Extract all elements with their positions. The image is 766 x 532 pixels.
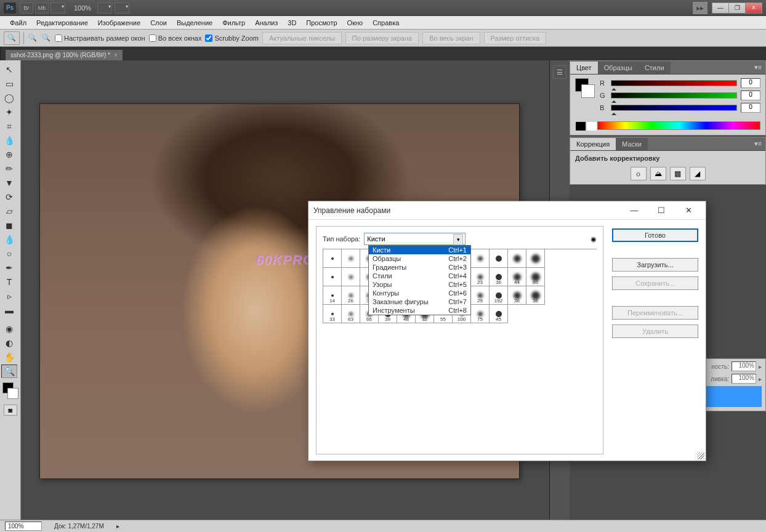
- minibridge-button[interactable]: Mb: [35, 2, 49, 14]
- zoom-out-icon[interactable]: 🔍: [41, 33, 51, 44]
- collapse-panels-button[interactable]: ▸▸: [693, 2, 708, 14]
- 3d-camera-tool[interactable]: ◐: [1, 336, 17, 350]
- r-slider[interactable]: [611, 80, 737, 86]
- dropdown-item-brushes[interactable]: КистиCtrl+1: [369, 246, 470, 254]
- menu-3d[interactable]: 3D: [283, 17, 301, 28]
- shape-tool[interactable]: ▬: [1, 304, 17, 317]
- scrubby-zoom-checkbox[interactable]: Scrubby Zoom: [205, 34, 259, 42]
- brush-preset[interactable]: [471, 249, 490, 268]
- brush-preset[interactable]: [508, 249, 526, 268]
- brush-preset[interactable]: 60: [526, 268, 545, 286]
- brush-preset[interactable]: 26: [342, 286, 360, 305]
- dialog-maximize-button[interactable]: ☐: [649, 203, 674, 219]
- brush-preset[interactable]: 75: [471, 305, 490, 323]
- view-dropdown[interactable]: [115, 2, 129, 14]
- color-swatch-pair[interactable]: [575, 78, 595, 98]
- menu-view[interactable]: Просмотр: [301, 17, 342, 28]
- dialog-close-button[interactable]: ✕: [676, 203, 701, 219]
- history-brush-tool[interactable]: ⟳: [1, 190, 17, 204]
- dropdown-item-patterns[interactable]: УзорыCtrl+5: [369, 280, 470, 289]
- menu-layers[interactable]: Слои: [145, 17, 172, 28]
- r-value-input[interactable]: 0: [741, 78, 760, 88]
- bridge-button[interactable]: Br: [20, 2, 33, 14]
- brush-preset[interactable]: 44: [508, 268, 526, 286]
- opacity-input[interactable]: 100%: [732, 361, 756, 371]
- marquee-tool[interactable]: ▭: [1, 77, 17, 91]
- brush-preset[interactable]: [342, 249, 360, 268]
- eyedropper-tool[interactable]: 💧: [1, 134, 17, 147]
- dropdown-item-swatches[interactable]: ОбразцыCtrl+2: [369, 254, 470, 263]
- pen-tool[interactable]: ✒: [1, 261, 17, 275]
- brush-preset[interactable]: 36: [490, 268, 508, 286]
- brush-preset[interactable]: 14: [323, 286, 342, 305]
- strip-icon-history[interactable]: ☰: [553, 65, 566, 79]
- preset-type-select[interactable]: Кисти: [364, 233, 466, 245]
- dropdown-item-tools[interactable]: ИнструментыCtrl+8: [369, 306, 470, 315]
- color-ramp[interactable]: [597, 121, 760, 130]
- zoom-tool[interactable]: 🔍: [1, 365, 17, 378]
- tab-swatches[interactable]: Образцы: [598, 62, 639, 74]
- hand-tool[interactable]: ✋: [1, 350, 17, 364]
- zoom-tool-icon[interactable]: 🔍: [4, 31, 20, 45]
- save-button[interactable]: Сохранить...: [612, 276, 698, 290]
- type-tool[interactable]: T: [1, 275, 17, 289]
- b-value-input[interactable]: 0: [741, 103, 760, 113]
- eraser-tool[interactable]: ▱: [1, 204, 17, 218]
- dialog-minimize-button[interactable]: —: [622, 203, 647, 219]
- brush-preset[interactable]: [323, 268, 342, 286]
- flyout-icon[interactable]: ◉: [591, 235, 597, 243]
- brush-preset[interactable]: 23: [471, 268, 490, 286]
- brush-tool[interactable]: ✏: [1, 162, 17, 175]
- actual-pixels-button[interactable]: Актуальные пикселы: [262, 32, 342, 44]
- delete-button[interactable]: Удалить: [612, 324, 698, 338]
- brightness-icon[interactable]: ☼: [631, 167, 647, 180]
- brush-preset[interactable]: [526, 249, 545, 268]
- panel-menu-icon[interactable]: ▾≡: [751, 63, 765, 71]
- brush-preset[interactable]: 33: [323, 305, 342, 323]
- tab-correction[interactable]: Коррекция: [570, 138, 616, 150]
- heal-tool[interactable]: ⊕: [1, 148, 17, 161]
- panel-menu-icon[interactable]: ▾≡: [751, 140, 765, 148]
- brush-preset[interactable]: 63: [342, 305, 360, 323]
- dropdown-item-styles[interactable]: СтилиCtrl+4: [369, 272, 470, 280]
- done-button[interactable]: Готово: [612, 228, 698, 242]
- move-tool[interactable]: ↖: [1, 63, 17, 76]
- dropdown-item-contours[interactable]: КонтурыCtrl+6: [369, 289, 470, 297]
- zoom-in-icon[interactable]: 🔍: [28, 33, 38, 44]
- dodge-tool[interactable]: ○: [1, 247, 17, 260]
- brush-preset[interactable]: 45: [490, 305, 508, 323]
- tab-masks[interactable]: Маски: [616, 138, 648, 150]
- dialog-titlebar[interactable]: Управление наборами — ☐ ✕: [308, 201, 706, 220]
- close-button[interactable]: ×: [745, 2, 762, 14]
- load-button[interactable]: Загрузить...: [612, 258, 698, 272]
- b-slider[interactable]: [611, 105, 737, 111]
- exposure-icon[interactable]: ◢: [690, 167, 706, 180]
- menu-filter[interactable]: Фильтр: [217, 17, 250, 28]
- screen-mode-dropdown[interactable]: [50, 2, 65, 14]
- lasso-tool[interactable]: ◯: [1, 91, 17, 105]
- status-zoom-input[interactable]: 100%: [5, 522, 42, 531]
- brush-preset[interactable]: 36: [508, 286, 526, 305]
- brush-preset[interactable]: [490, 249, 508, 268]
- dropdown-item-gradients[interactable]: ГрадиентыCtrl+3: [369, 263, 470, 272]
- resize-windows-checkbox[interactable]: Настраивать размер окон: [55, 34, 145, 42]
- arrange-dropdown[interactable]: [97, 2, 112, 14]
- close-tab-icon[interactable]: ×: [114, 52, 118, 58]
- menu-analysis[interactable]: Анализ: [250, 17, 283, 28]
- path-tool[interactable]: ▹: [1, 289, 17, 303]
- dropdown-item-shapes[interactable]: Заказные фигурыCtrl+7: [369, 297, 470, 306]
- menu-select[interactable]: Выделение: [172, 17, 217, 28]
- menu-file[interactable]: Файл: [5, 17, 31, 28]
- brush-preset[interactable]: 29: [471, 286, 490, 305]
- resize-grip[interactable]: [697, 452, 704, 459]
- document-tab[interactable]: sshot-2333.png @ 100% (RGB/8#) * ×: [6, 50, 123, 60]
- print-size-button[interactable]: Размер оттиска: [484, 32, 547, 44]
- fill-input[interactable]: 100%: [732, 374, 756, 384]
- menu-edit[interactable]: Редактирование: [31, 17, 93, 28]
- menu-window[interactable]: Окно: [342, 17, 368, 28]
- menu-help[interactable]: Справка: [368, 17, 404, 28]
- rename-button[interactable]: Переименовать...: [612, 306, 698, 320]
- wand-tool[interactable]: ✦: [1, 105, 17, 119]
- tab-styles[interactable]: Стили: [639, 62, 671, 74]
- blur-tool[interactable]: 💧: [1, 233, 17, 246]
